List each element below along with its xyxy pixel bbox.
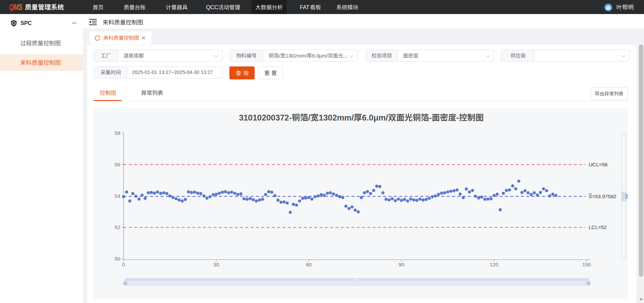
svg-text:31010200372-: 31010200372- [239,113,292,122]
svg-text:50: 50 [115,256,120,262]
svg-text:58: 58 [115,130,120,136]
svg-text:56: 56 [115,162,120,167]
svg-text:LCL=52: LCL=52 [589,224,607,230]
svg-text:-: - [456,113,459,122]
svg-text:54: 54 [115,193,120,199]
svg-text:SPC: SPC [21,20,32,26]
svg-text:90: 90 [399,262,404,267]
svg-text:30: 30 [213,262,219,267]
svg-text:2025-01-01 13:27~2025-04-30 13: 2025-01-01 13:27~2025-04-30 13:27 [132,70,213,75]
svg-text:/: / [279,53,281,59]
svg-text:6.0μm/: 6.0μm/ [312,53,328,59]
svg-text:QCC: QCC [206,4,218,10]
svg-text:1302mm/: 1302mm/ [319,113,354,122]
svg-text:0: 0 [122,262,125,267]
svg-text:150: 150 [582,262,591,267]
svg-text:FAT: FAT [300,4,309,10]
svg-text:UCL=56: UCL=56 [589,162,607,167]
svg-text:1302mm/: 1302mm/ [285,53,307,59]
svg-text:/: / [308,113,311,122]
svg-text:...: ... [343,53,348,59]
svg-text:-: - [429,113,432,122]
svg-text:60: 60 [306,262,312,267]
svg-text:X=53.97582: X=53.97582 [589,193,616,199]
svg-text:52: 52 [115,224,120,230]
svg-text:120: 120 [490,262,498,267]
svg-text:6.0μm/: 6.0μm/ [362,113,388,122]
